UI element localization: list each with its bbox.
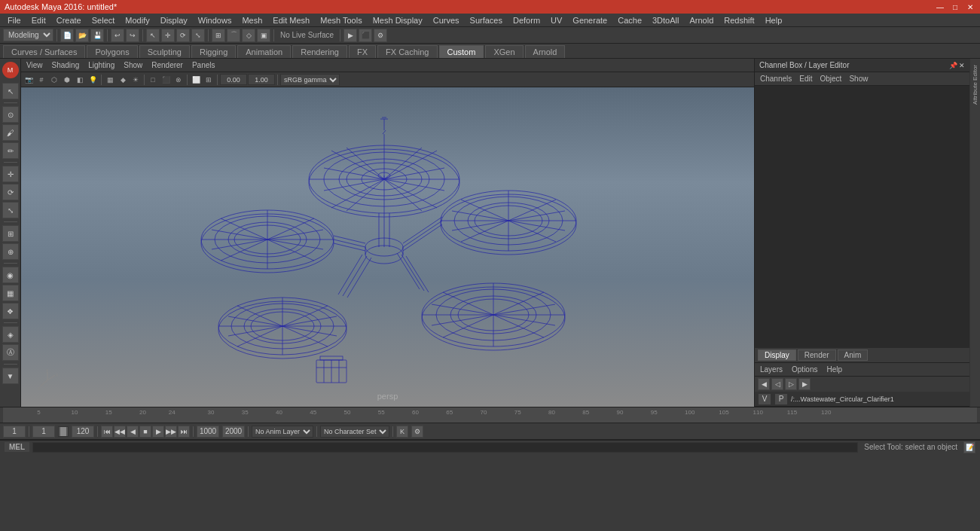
timeline-scrubber[interactable] xyxy=(60,427,66,436)
vp-field2[interactable] xyxy=(248,74,275,85)
vp-grid-btn[interactable]: # xyxy=(35,74,47,86)
menu-mesh-display[interactable]: Mesh Display xyxy=(368,15,427,26)
layer-pickability-cell[interactable]: P xyxy=(774,393,788,405)
lasso-tool[interactable]: ⊙ xyxy=(2,106,19,123)
open-scene-btn[interactable]: 📂 xyxy=(75,29,89,42)
frame-end-field[interactable] xyxy=(72,426,94,438)
tab-fx[interactable]: FX xyxy=(349,45,376,58)
menu-mesh-tools[interactable]: Mesh Tools xyxy=(316,15,366,26)
layer-visibility-cell[interactable]: V xyxy=(758,393,771,405)
tab-rigging[interactable]: Rigging xyxy=(191,45,236,58)
step-back-btn[interactable]: ◀◀ xyxy=(114,426,126,438)
vp-cam-btn[interactable]: 📷 xyxy=(23,74,35,86)
color-space-dropdown[interactable]: sRGB gamma xyxy=(280,74,340,86)
window-controls[interactable]: — □ ✕ xyxy=(935,3,975,11)
maximize-button[interactable]: □ xyxy=(950,3,960,11)
tab-xgen[interactable]: XGen xyxy=(485,45,523,58)
vp-light-btn[interactable]: 💡 xyxy=(87,74,99,86)
settings-btn[interactable]: ⚙ xyxy=(411,426,423,438)
layer-options-menu[interactable]: Options xyxy=(789,365,820,374)
menu-select[interactable]: Select xyxy=(87,15,120,26)
snap-curve-btn[interactable]: ⌒ xyxy=(227,29,240,42)
menu-deform[interactable]: Deform xyxy=(508,15,545,26)
vp-tex-btn[interactable]: ◧ xyxy=(74,74,86,86)
minimize-button[interactable]: — xyxy=(935,3,945,11)
channel-box-menu-channels[interactable]: Channels xyxy=(758,75,794,83)
save-scene-btn[interactable]: 💾 xyxy=(90,29,104,42)
snap-grid-btn[interactable]: ⊞ xyxy=(212,29,225,42)
channel-box-menu-edit[interactable]: Edit xyxy=(797,75,814,83)
vp-wireframe-btn[interactable]: ⬡ xyxy=(48,74,60,86)
lattice-tool[interactable]: ▦ xyxy=(2,285,19,301)
select-tool-btn[interactable]: ↖ xyxy=(146,29,160,42)
vp-ambient-btn[interactable]: ☀ xyxy=(130,74,142,86)
snap-together-tool[interactable]: ⊞ xyxy=(2,225,19,242)
play-forward-btn[interactable]: ▶ xyxy=(152,426,164,438)
panel-pin-btn[interactable]: 📌 xyxy=(949,62,957,69)
vp-xray-btn[interactable]: ⊗ xyxy=(172,74,185,86)
script-editor-btn[interactable]: 📝 xyxy=(963,441,975,453)
menu-redshift[interactable]: Redshift xyxy=(719,15,759,26)
tab-polygons[interactable]: Polygons xyxy=(87,45,137,58)
scale-tool-left[interactable]: ⤡ xyxy=(2,202,19,218)
anim-end-field[interactable] xyxy=(197,426,219,438)
tab-rendering[interactable]: Rendering xyxy=(292,45,347,58)
mode-dropdown[interactable]: Modeling xyxy=(3,29,53,41)
more-tools[interactable]: ▼ xyxy=(2,368,19,384)
menu-curves[interactable]: Curves xyxy=(429,15,464,26)
vp-material-btn[interactable]: ◆ xyxy=(117,74,129,86)
vp-isolate-btn[interactable]: ⬜ xyxy=(190,74,202,86)
scale-tool-btn[interactable]: ⤡ xyxy=(191,29,205,42)
new-scene-btn[interactable]: 📄 xyxy=(60,29,74,42)
rotate-tool-btn[interactable]: ⟳ xyxy=(176,29,190,42)
tab-custom[interactable]: Custom xyxy=(439,45,484,58)
sculpt-tool[interactable]: ✏ xyxy=(2,142,19,159)
move-tool-left[interactable]: ✛ xyxy=(2,166,19,182)
auto-key-btn[interactable]: K xyxy=(396,426,408,438)
go-to-start-btn[interactable]: ⏮ xyxy=(101,426,113,438)
right-panel-controls[interactable]: 📌 ✕ xyxy=(949,62,965,69)
play-back-btn[interactable]: ◀ xyxy=(127,426,139,438)
viewport-menu-show[interactable]: Show xyxy=(121,61,145,69)
move-tool-btn[interactable]: ✛ xyxy=(161,29,175,42)
menu-uv[interactable]: UV xyxy=(546,15,566,26)
vp-shade-btn[interactable]: ▦ xyxy=(104,74,116,86)
menu-edit-mesh[interactable]: Edit Mesh xyxy=(268,15,314,26)
vp-field1[interactable] xyxy=(220,74,247,85)
menu-arnold[interactable]: Arnold xyxy=(685,15,718,26)
tab-arnold[interactable]: Arnold xyxy=(525,45,566,58)
anim-layer-dropdown[interactable]: No Anim Layer xyxy=(252,426,313,438)
step-forward-btn[interactable]: ▶▶ xyxy=(165,426,177,438)
close-button[interactable]: ✕ xyxy=(965,3,975,11)
viewport-canvas[interactable]: x z y persp xyxy=(21,87,754,407)
layer-scroll-left[interactable]: ◀ xyxy=(758,378,770,390)
channel-box-menu-object[interactable]: Object xyxy=(818,75,844,83)
universal-manip[interactable]: ⊕ xyxy=(2,243,19,260)
viewport-menu-renderer[interactable]: Renderer xyxy=(149,61,185,69)
layer-scroll-right2[interactable]: ▷ xyxy=(785,378,797,390)
menu-help[interactable]: Help xyxy=(761,15,787,26)
tab-render[interactable]: Render xyxy=(798,349,836,361)
timeline-ruler[interactable]: 5 10 15 20 24 30 35 40 45 50 55 60 65 70… xyxy=(3,407,977,423)
tab-animation[interactable]: Animation xyxy=(237,45,291,58)
menu-surfaces[interactable]: Surfaces xyxy=(466,15,507,26)
layer-help-menu[interactable]: Help xyxy=(824,365,844,374)
current-frame-field[interactable] xyxy=(3,426,26,438)
cluster-tool[interactable]: ❖ xyxy=(2,303,19,319)
frame-start-field[interactable] xyxy=(32,426,55,438)
paint-tool[interactable]: 🖌 xyxy=(2,124,19,141)
rotate-tool-left[interactable]: ⟳ xyxy=(2,184,19,200)
menu-windows[interactable]: Windows xyxy=(194,15,237,26)
annotation-tool[interactable]: Ⓐ xyxy=(2,344,19,361)
go-to-end-btn[interactable]: ⏭ xyxy=(178,426,190,438)
render-settings-btn[interactable]: ⚙ xyxy=(374,29,387,42)
layer-scroll-left2[interactable]: ◁ xyxy=(771,378,783,390)
render-btn[interactable]: ▶ xyxy=(343,29,357,42)
stop-btn[interactable]: ■ xyxy=(139,426,151,438)
menu-3dtoall[interactable]: 3DtoAll xyxy=(648,15,683,26)
tab-display[interactable]: Display xyxy=(758,349,796,361)
snap-point-btn[interactable]: ◇ xyxy=(242,29,255,42)
select-tool[interactable]: ↖ xyxy=(2,83,19,99)
tab-anim[interactable]: Anim xyxy=(838,349,869,361)
panel-close-btn[interactable]: ✕ xyxy=(959,62,965,69)
